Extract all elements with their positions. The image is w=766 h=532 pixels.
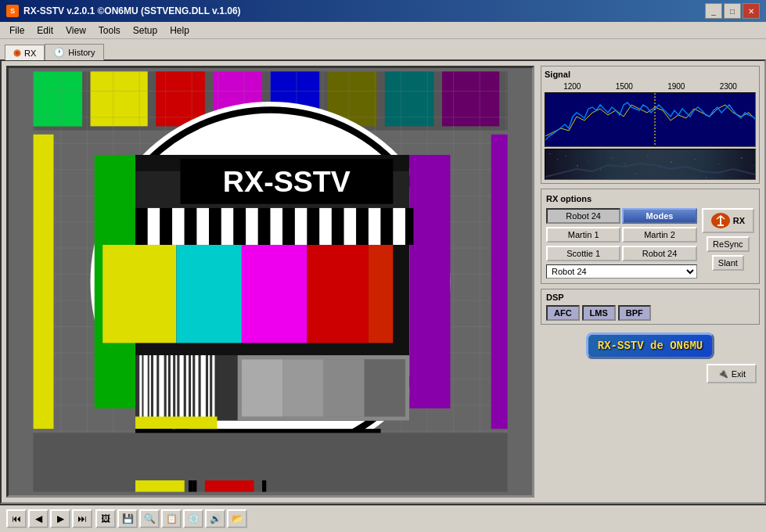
mode-robot24-btn[interactable]: Robot 24 <box>546 208 620 224</box>
svg-rect-81 <box>332 208 344 245</box>
exit-label: Exit <box>732 369 746 379</box>
menu-view[interactable]: View <box>59 23 92 38</box>
right-panel: Signal 1200 1500 1900 2300 <box>541 66 760 498</box>
svg-rect-95 <box>171 355 173 421</box>
svg-rect-121 <box>91 437 140 491</box>
exit-button[interactable]: 🔌 Exit <box>707 364 757 383</box>
menu-edit[interactable]: Edit <box>31 23 59 38</box>
svg-rect-100 <box>195 355 198 421</box>
svg-rect-10 <box>442 69 499 126</box>
menu-bar: File Edit View Tools Setup Help <box>0 22 766 39</box>
svg-rect-108 <box>323 359 364 416</box>
action-disc-button[interactable]: 💿 <box>183 509 203 528</box>
svg-rect-143 <box>635 173 636 174</box>
signal-section: Signal 1200 1500 1900 2300 <box>541 66 760 184</box>
antenna-icon <box>713 214 728 227</box>
svg-rect-94 <box>167 355 168 421</box>
close-button[interactable]: ✕ <box>743 3 760 19</box>
nav-buttons-group: ⏮ ◀ ▶ ⏭ <box>6 509 92 528</box>
svg-text:RX-SSTV: RX-SSTV <box>223 165 351 198</box>
svg-rect-63 <box>307 245 369 343</box>
action-image-button[interactable]: 🖼 <box>95 509 116 528</box>
frequency-labels: 1200 1500 1900 2300 <box>545 82 756 91</box>
svg-rect-112 <box>135 416 218 429</box>
svg-rect-148 <box>694 159 696 160</box>
mode-buttons-row2: Martin 1 Martin 2 <box>546 227 697 243</box>
nav-last-button[interactable]: ⏭ <box>72 509 92 528</box>
svg-rect-98 <box>186 355 189 421</box>
mode-buttons-row3: Scottie 1 Robot 24 <box>546 246 697 261</box>
menu-help[interactable]: Help <box>164 23 196 38</box>
nav-prev-button[interactable]: ◀ <box>28 509 49 528</box>
menu-file[interactable]: File <box>3 23 31 38</box>
svg-rect-64 <box>369 245 393 343</box>
nav-first-button[interactable]: ⏮ <box>6 509 27 528</box>
action-buttons-group: 🖼 💾 🔍 📋 💿 🔊 📂 <box>95 509 247 528</box>
svg-rect-99 <box>191 355 192 421</box>
dsp-buttons: AFC LMS BPF <box>546 305 754 321</box>
svg-rect-128 <box>508 68 532 495</box>
rx-button-icon <box>711 213 730 228</box>
window-controls: _ □ ✕ <box>705 3 760 19</box>
svg-rect-84 <box>369 208 381 245</box>
signal-title: Signal <box>545 70 756 79</box>
menu-tools[interactable]: Tools <box>92 23 127 38</box>
svg-rect-127 <box>9 68 33 495</box>
menu-setup[interactable]: Setup <box>127 23 164 38</box>
svg-rect-93 <box>159 355 164 421</box>
app-icon: S <box>6 5 19 17</box>
mode-martin1-btn[interactable]: Martin 1 <box>546 227 620 243</box>
svg-rect-120 <box>33 437 82 491</box>
action-zoom-button[interactable]: 🔍 <box>139 509 160 528</box>
tab-history[interactable]: 🕐 History <box>45 44 103 60</box>
tab-bar: ◉ RX 🕐 History <box>0 39 766 59</box>
mode-robot24-btn2[interactable]: Robot 24 <box>622 246 696 261</box>
action-save-button[interactable]: 💾 <box>117 509 138 528</box>
action-folder-button[interactable]: 📂 <box>227 509 247 528</box>
svg-rect-89 <box>139 355 142 421</box>
svg-rect-9 <box>385 69 434 126</box>
tab-rx-label: RX <box>24 49 36 58</box>
spectrum-svg <box>545 93 755 146</box>
maximize-button[interactable]: □ <box>724 3 741 19</box>
mode-select[interactable]: Robot 24 Martin 1 Martin 2 Scottie 1 Sco… <box>546 264 697 279</box>
svg-rect-54 <box>409 155 450 408</box>
svg-rect-144 <box>647 156 649 156</box>
svg-rect-72 <box>221 208 234 245</box>
svg-rect-67 <box>160 208 172 245</box>
freq-1900: 1900 <box>667 82 685 91</box>
rx-options-section: RX options Robot 24 Modes Martin 1 Marti… <box>541 189 760 284</box>
action-copy-button[interactable]: 📋 <box>161 509 182 528</box>
nav-next-button[interactable]: ▶ <box>50 509 70 528</box>
freq-1500: 1500 <box>616 82 633 91</box>
svg-rect-147 <box>682 171 683 172</box>
dsp-afc-button[interactable]: AFC <box>546 305 580 321</box>
svg-rect-3 <box>33 69 82 126</box>
svg-rect-101 <box>201 355 206 421</box>
mode-martin2-btn[interactable]: Martin 2 <box>622 227 696 243</box>
svg-rect-139 <box>588 161 589 162</box>
tab-rx[interactable]: ◉ RX <box>5 45 45 60</box>
svg-rect-153 <box>753 165 753 166</box>
rx-tab-icon: ◉ <box>13 48 21 58</box>
resync-button[interactable]: ReSync <box>707 236 750 252</box>
svg-rect-141 <box>612 157 613 159</box>
waterfall-svg <box>545 149 755 179</box>
logo-area: RX-SSTV de ON6MU <box>541 332 760 359</box>
svg-rect-87 <box>405 208 413 245</box>
svg-rect-142 <box>624 164 625 164</box>
rx-receive-button[interactable]: RX <box>702 208 754 233</box>
mode-scottie1-btn[interactable]: Scottie 1 <box>546 246 620 261</box>
dsp-bpf-button[interactable]: BPF <box>618 305 651 321</box>
svg-rect-92 <box>153 355 156 421</box>
rx-button-label: RX <box>733 216 745 225</box>
svg-rect-96 <box>175 355 177 421</box>
svg-rect-83 <box>356 208 369 245</box>
minimize-button[interactable]: _ <box>705 3 722 19</box>
slant-button[interactable]: Slant <box>712 255 744 271</box>
dsp-lms-button[interactable]: LMS <box>582 305 616 321</box>
title-bar: S RX-SSTV v.2.0.1 ©ON6MU (SSTVENG.DLL v.… <box>0 0 766 22</box>
action-sound-button[interactable]: 🔊 <box>205 509 225 528</box>
exit-icon: 🔌 <box>717 368 728 379</box>
modes-button[interactable]: Modes <box>622 208 696 224</box>
